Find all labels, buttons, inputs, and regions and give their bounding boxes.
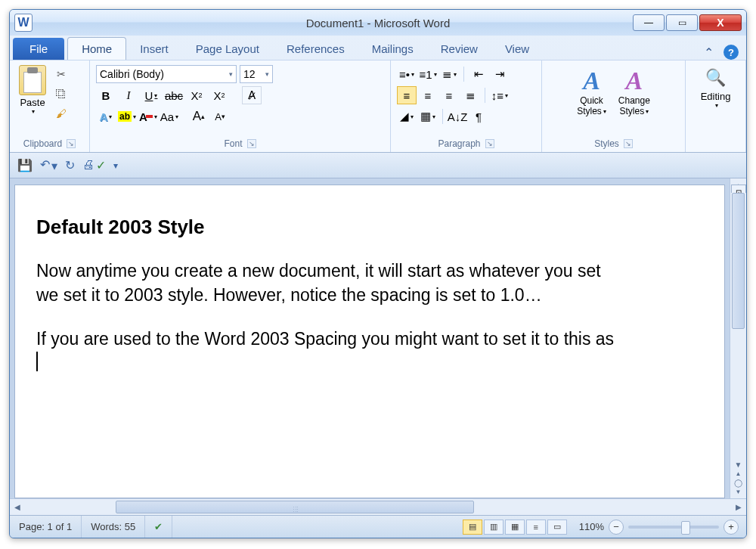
align-left-button[interactable]: ≡ bbox=[397, 86, 417, 104]
tab-review[interactable]: Review bbox=[427, 38, 491, 60]
bold-button[interactable]: B bbox=[96, 86, 116, 104]
clipboard-launcher[interactable]: ↘ bbox=[67, 139, 76, 148]
horizontal-scrollbar[interactable]: ◀ ▶ bbox=[10, 498, 746, 515]
status-words[interactable]: Words: 55 bbox=[82, 516, 145, 538]
tab-file[interactable]: File bbox=[13, 38, 64, 60]
find-icon[interactable]: 🔍 bbox=[705, 68, 726, 88]
borders-button[interactable]: ▦▾ bbox=[418, 107, 438, 126]
subscript-button[interactable]: X2 bbox=[187, 86, 206, 104]
vertical-scrollbar[interactable]: ▲ ▼ ▲ ◯ ▼ bbox=[730, 178, 746, 498]
browse-next[interactable]: ▼ bbox=[736, 489, 742, 495]
editing-dropdown[interactable]: ▾ bbox=[715, 102, 718, 109]
zoom-slider[interactable] bbox=[628, 526, 719, 529]
superscript-button[interactable]: X2 bbox=[209, 86, 229, 104]
quick-styles-button[interactable]: A Quick Styles▾ bbox=[572, 64, 611, 137]
shading-button[interactable]: ◢▾ bbox=[397, 107, 417, 126]
print-layout-view[interactable]: ▤ bbox=[463, 520, 482, 535]
group-clipboard: Paste ▾ ✂ ⿻ 🖌 Clipboard↘ bbox=[10, 60, 90, 152]
collapse-ribbon-icon[interactable]: ⌃ bbox=[701, 45, 716, 60]
titlebar[interactable]: W Document1 - Microsoft Word — ▭ X bbox=[10, 10, 746, 36]
paragraph-group-label: Paragraph bbox=[438, 138, 480, 149]
multilevel-button[interactable]: ≣▾ bbox=[439, 65, 459, 83]
underline-button[interactable]: U▾ bbox=[141, 86, 161, 104]
font-size-combo[interactable]: 12▾ bbox=[240, 65, 273, 83]
doc-paragraph-1: Now anytime you create a new document, i… bbox=[36, 260, 703, 283]
status-page[interactable]: Page: 1 of 1 bbox=[10, 516, 82, 538]
highlight-button[interactable]: ab▾ bbox=[117, 107, 137, 126]
hscroll-track[interactable] bbox=[25, 499, 731, 515]
full-screen-view[interactable]: ▥ bbox=[484, 520, 503, 535]
browse-select[interactable]: ◯ bbox=[734, 479, 742, 487]
minimize-button[interactable]: — bbox=[633, 14, 665, 31]
paste-dropdown-icon[interactable]: ▾ bbox=[32, 108, 35, 115]
quick-print-button[interactable]: 🖨✓ bbox=[82, 158, 106, 172]
zoom-out-button[interactable]: − bbox=[609, 520, 624, 535]
app-icon[interactable]: W bbox=[14, 14, 33, 32]
shrink-font-button[interactable]: A▾ bbox=[210, 107, 230, 126]
align-right-button[interactable]: ≡ bbox=[439, 86, 459, 104]
save-button[interactable]: 💾 bbox=[17, 158, 33, 172]
ribbon-body: Paste ▾ ✂ ⿻ 🖌 Clipboard↘ Calibri (Body)▾… bbox=[10, 60, 746, 152]
doc-heading: Default 2003 Style bbox=[36, 216, 703, 239]
justify-button[interactable]: ≣ bbox=[460, 86, 480, 104]
draft-view[interactable]: ▭ bbox=[547, 520, 567, 535]
status-bar: Page: 1 of 1 Words: 55 ✔ ▤ ▥ ▦ ≡ ▭ 110% … bbox=[10, 515, 746, 538]
clipboard-group-label: Clipboard bbox=[23, 138, 62, 149]
line-spacing-button[interactable]: ↕≡▾ bbox=[490, 86, 510, 104]
font-name-combo[interactable]: Calibri (Body)▾ bbox=[96, 65, 237, 83]
tab-page-layout[interactable]: Page Layout bbox=[182, 38, 273, 60]
maximize-button[interactable]: ▭ bbox=[666, 14, 698, 31]
strikethrough-button[interactable]: abc bbox=[164, 86, 184, 104]
tab-insert[interactable]: Insert bbox=[126, 38, 182, 60]
increase-indent-button[interactable]: ⇥ bbox=[490, 65, 510, 83]
scroll-right-arrow[interactable]: ▶ bbox=[731, 503, 746, 511]
font-color-button[interactable]: A▾ bbox=[138, 107, 158, 126]
italic-button[interactable]: I bbox=[119, 86, 138, 104]
editing-label[interactable]: Editing bbox=[701, 91, 731, 102]
grow-font-button[interactable]: A▴ bbox=[189, 107, 209, 126]
hscroll-thumb[interactable] bbox=[116, 501, 474, 513]
group-font: Calibri (Body)▾ 12▾ B I U▾ abc X2 X2 A̷ … bbox=[90, 60, 391, 152]
bullets-button[interactable]: ≡•▾ bbox=[397, 65, 417, 83]
paragraph-launcher[interactable]: ↘ bbox=[485, 139, 494, 148]
change-case-button[interactable]: Aa▾ bbox=[160, 107, 179, 126]
group-styles: A Quick Styles▾ A Change Styles▾ Styles↘ bbox=[542, 60, 686, 152]
vscroll-track[interactable] bbox=[730, 193, 746, 458]
close-button[interactable]: X bbox=[699, 14, 742, 31]
document-page[interactable]: Default 2003 Style Now anytime you creat… bbox=[14, 185, 725, 498]
tab-home[interactable]: Home bbox=[67, 37, 126, 60]
vscroll-thumb[interactable] bbox=[732, 193, 745, 329]
undo-button[interactable]: ↶▾ bbox=[40, 157, 57, 172]
browse-prev[interactable]: ▲ bbox=[736, 470, 742, 477]
zoom-in-button[interactable]: + bbox=[723, 520, 739, 535]
sort-button[interactable]: A↓Z bbox=[448, 107, 467, 126]
format-painter-button[interactable]: 🖌 bbox=[52, 106, 70, 121]
customize-qat-button[interactable]: ▾ bbox=[113, 160, 118, 171]
web-layout-view[interactable]: ▦ bbox=[505, 520, 525, 535]
clear-formatting-button[interactable]: A̷ bbox=[242, 86, 262, 104]
paste-button[interactable]: Paste ▾ bbox=[16, 64, 49, 137]
decrease-indent-button[interactable]: ⇤ bbox=[469, 65, 488, 83]
scroll-left-arrow[interactable]: ◀ bbox=[10, 503, 25, 511]
text-effects-button[interactable]: A▾ bbox=[96, 107, 116, 126]
font-launcher[interactable]: ↘ bbox=[247, 139, 256, 148]
doc-paragraph-2: we set it to 2003 style. However, notice… bbox=[36, 284, 703, 307]
help-icon[interactable]: ? bbox=[723, 45, 739, 60]
align-center-button[interactable]: ≡ bbox=[418, 86, 438, 104]
ribbon: File Home Insert Page Layout References … bbox=[10, 36, 746, 153]
cut-button[interactable]: ✂ bbox=[52, 67, 70, 82]
change-styles-button[interactable]: A Change Styles▾ bbox=[614, 64, 655, 137]
show-marks-button[interactable]: ¶ bbox=[469, 107, 488, 126]
zoom-level[interactable]: 110% bbox=[579, 521, 604, 532]
tab-references[interactable]: References bbox=[273, 38, 358, 60]
styles-launcher[interactable]: ↘ bbox=[624, 139, 633, 148]
font-name-value: Calibri (Body) bbox=[100, 68, 164, 80]
outline-view[interactable]: ≡ bbox=[526, 520, 546, 535]
tab-view[interactable]: View bbox=[491, 38, 543, 60]
numbering-button[interactable]: ≡1▾ bbox=[418, 65, 438, 83]
status-proofing[interactable]: ✔ bbox=[145, 516, 172, 538]
tab-mailings[interactable]: Mailings bbox=[358, 38, 427, 60]
copy-button[interactable]: ⿻ bbox=[52, 86, 70, 101]
scroll-down-arrow[interactable]: ▼ bbox=[735, 461, 742, 469]
redo-button[interactable]: ↻ bbox=[65, 158, 75, 172]
